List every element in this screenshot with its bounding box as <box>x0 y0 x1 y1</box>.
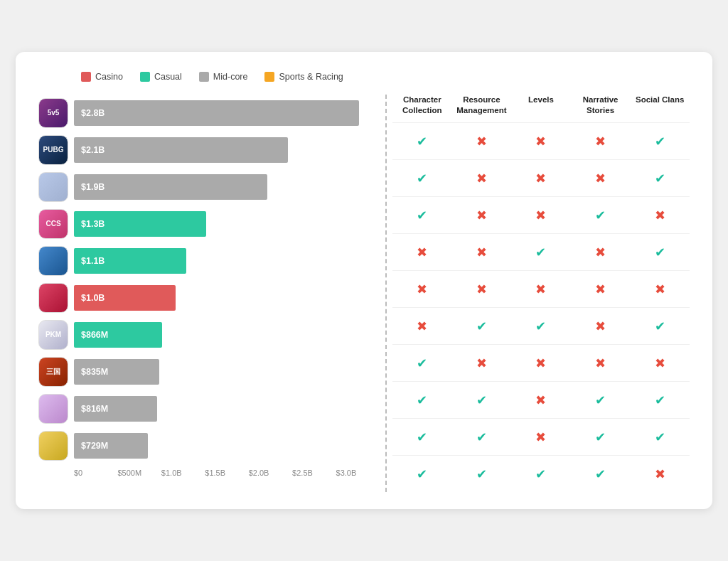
cross-icon: ✖ <box>535 392 546 408</box>
check-cell: ✔ <box>392 356 452 371</box>
legend-item-casual: Casual <box>140 72 182 82</box>
legend-swatch <box>264 72 274 82</box>
check-icon: ✔ <box>417 171 427 186</box>
app-icon: PUBG <box>38 135 68 165</box>
cross-cell: ✖ <box>511 356 571 371</box>
check-icon: ✔ <box>655 429 665 445</box>
cross-cell: ✖ <box>452 282 512 297</box>
x-axis-label: $1.5B <box>205 469 248 477</box>
check-icon: ✔ <box>476 392 487 408</box>
app-icon <box>38 431 68 461</box>
matrix-row: ✔✖✖✖✔ <box>392 159 690 196</box>
check-cell: ✔ <box>630 392 690 408</box>
cross-icon: ✖ <box>655 466 665 482</box>
matrix-row: ✔✔✔✔✖ <box>392 455 690 492</box>
cross-cell: ✖ <box>630 466 690 482</box>
matrix-row: ✔✖✖✖✔ <box>392 122 690 159</box>
cross-icon: ✖ <box>595 356 606 371</box>
cross-icon: ✖ <box>417 282 427 297</box>
cross-cell: ✖ <box>511 429 571 445</box>
chart-row: $816M <box>38 390 380 427</box>
check-icon: ✔ <box>595 429 606 445</box>
cross-icon: ✖ <box>535 134 546 149</box>
cross-icon: ✖ <box>655 208 665 223</box>
cross-cell: ✖ <box>571 356 631 371</box>
check-icon: ✔ <box>655 319 665 334</box>
check-cell: ✔ <box>392 466 452 482</box>
col-header: NarrativeStories <box>571 95 631 116</box>
cross-cell: ✖ <box>571 171 631 186</box>
cross-cell: ✖ <box>571 319 631 334</box>
chart-row: $729M <box>38 427 380 464</box>
cross-icon: ✖ <box>535 208 546 223</box>
cross-cell: ✖ <box>511 392 571 408</box>
cross-cell: ✖ <box>511 134 571 149</box>
cross-icon: ✖ <box>655 356 665 371</box>
legend: CasinoCasualMid-coreSports & Racing <box>38 72 690 82</box>
check-cell: ✔ <box>571 466 631 482</box>
check-icon: ✔ <box>417 392 427 408</box>
bar-container: $729M <box>74 433 380 459</box>
check-icon: ✔ <box>417 208 427 223</box>
legend-swatch <box>199 72 209 82</box>
cross-icon: ✖ <box>595 319 606 334</box>
bar: $1.0B <box>74 285 176 311</box>
cross-icon: ✖ <box>655 282 665 297</box>
app-icon <box>38 283 68 313</box>
bar: $2.1B <box>74 137 288 163</box>
app-icon: PKM <box>38 320 68 350</box>
cross-cell: ✖ <box>511 282 571 297</box>
check-icon: ✔ <box>595 208 606 223</box>
cross-icon: ✖ <box>417 245 427 260</box>
main-card: CasinoCasualMid-coreSports & Racing 5v5$… <box>16 52 712 510</box>
check-cell: ✔ <box>630 429 690 445</box>
x-axis-label: $500M <box>117 469 161 477</box>
check-icon: ✔ <box>655 171 665 186</box>
check-icon: ✔ <box>595 466 606 482</box>
check-cell: ✔ <box>392 171 452 186</box>
cross-icon: ✖ <box>476 245 487 260</box>
bar: $2.8B <box>74 100 359 126</box>
app-icon <box>38 246 68 276</box>
check-icon: ✔ <box>417 356 427 371</box>
check-cell: ✔ <box>392 429 452 445</box>
cross-cell: ✖ <box>392 319 452 334</box>
cross-cell: ✖ <box>452 171 512 186</box>
app-icon <box>38 394 68 424</box>
chart-divider <box>385 95 387 493</box>
check-icon: ✔ <box>655 392 665 408</box>
legend-item-sports-&-racing: Sports & Racing <box>264 72 343 82</box>
chart-row: $1.1B <box>38 242 380 279</box>
chart-row: 三国$835M <box>38 353 380 390</box>
chart-row: PKM$866M <box>38 316 380 353</box>
legend-label: Mid-core <box>213 72 248 82</box>
cross-icon: ✖ <box>535 171 546 186</box>
cross-icon: ✖ <box>476 356 487 371</box>
check-cell: ✔ <box>571 392 631 408</box>
x-axis-label: $2.0B <box>249 469 292 477</box>
check-cell: ✔ <box>630 171 690 186</box>
matrix-row: ✔✖✖✖✖ <box>392 344 690 381</box>
check-cell: ✔ <box>511 245 571 260</box>
app-icon: 三国 <box>38 357 68 387</box>
matrix-row: ✔✔✖✔✔ <box>392 418 690 455</box>
cross-icon: ✖ <box>535 282 546 297</box>
bar-container: $1.0B <box>74 285 380 311</box>
chart-row: $1.0B <box>38 279 380 316</box>
chart-row: CCS$1.3B <box>38 205 380 242</box>
check-icon: ✔ <box>417 466 427 482</box>
cross-icon: ✖ <box>595 134 606 149</box>
check-icon: ✔ <box>535 319 546 334</box>
chart-row: 5v5$2.8B <box>38 95 380 132</box>
legend-swatch <box>140 72 150 82</box>
bar-container: $2.1B <box>74 137 380 163</box>
bar-container: $835M <box>74 359 380 385</box>
col-header: CharacterCollection <box>392 95 452 116</box>
bar-container: $1.3B <box>74 211 380 237</box>
cross-cell: ✖ <box>392 245 452 260</box>
check-cell: ✔ <box>630 134 690 149</box>
check-cell: ✔ <box>392 208 452 223</box>
chart-area: 5v5$2.8BPUBG$2.1B$1.9BCCS$1.3B$1.1B$1.0B… <box>38 95 380 493</box>
chart-row: $1.9B <box>38 169 380 205</box>
cross-cell: ✖ <box>511 171 571 186</box>
